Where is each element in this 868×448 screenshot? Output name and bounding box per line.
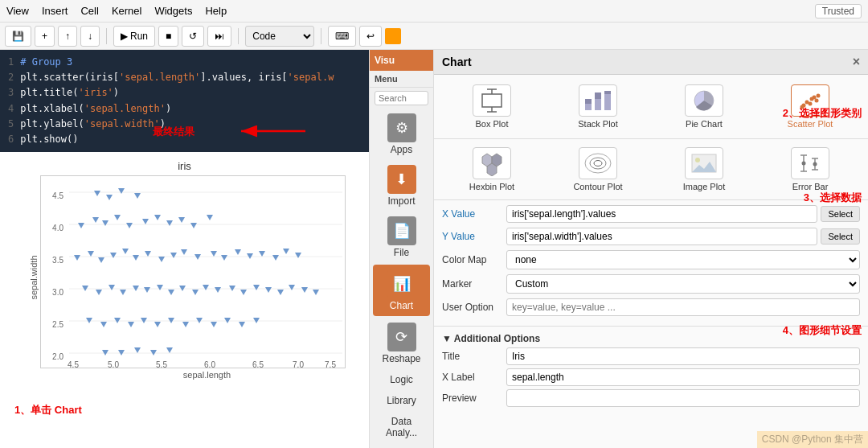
svg-marker-21 <box>118 188 125 194</box>
svg-marker-31 <box>178 217 185 223</box>
svg-marker-62 <box>192 290 199 295</box>
right-area: Visu Menu ⚙ Apps ⬇ Import 📄 File 📊 <box>370 50 868 448</box>
svg-text:3.0: 3.0 <box>52 288 63 297</box>
sidebar-app-title: Visu <box>375 55 395 66</box>
svg-rect-100 <box>595 99 601 110</box>
code-title: plt.title('iris') <box>20 85 119 101</box>
y-value-label: Y Value <box>442 231 506 242</box>
restart-button[interactable]: ↺ <box>182 26 204 47</box>
chart-type-box-plot[interactable]: Box Plot <box>440 80 543 134</box>
box-plot-icon <box>473 84 511 117</box>
svg-marker-42 <box>170 253 177 258</box>
svg-rect-93 <box>482 94 502 107</box>
x-value-input[interactable] <box>506 205 817 223</box>
svg-rect-103 <box>595 92 601 99</box>
search-input[interactable] <box>375 91 428 105</box>
svg-marker-30 <box>166 220 173 226</box>
marker-label: Marker <box>442 278 506 290</box>
svg-marker-52 <box>295 253 301 258</box>
sidebar-item-data-analysis[interactable]: Data Analy... <box>370 411 433 443</box>
svg-marker-19 <box>94 191 100 196</box>
user-option-input[interactable] <box>506 298 860 316</box>
pie-chart-label: Pie Chart <box>686 119 723 129</box>
toolbar: 💾 + ↑ ↓ ▶ Run ■ ↺ ⏭ Code Markdown ⌨ ↩ <box>0 23 868 50</box>
step1-annotation: 1、单击 Chart <box>14 403 82 417</box>
svg-text:5.0: 5.0 <box>108 360 119 369</box>
chart-type-image[interactable]: Image Plot <box>653 142 755 196</box>
chart-type-contour[interactable]: Contour Plot <box>547 142 649 196</box>
code-scatter: plt.scatter(iris['sepal.length'].values,… <box>20 70 334 85</box>
chart-type-error-bar[interactable]: Error Bar <box>759 142 862 196</box>
add-cell-button[interactable]: + <box>35 26 55 47</box>
svg-marker-32 <box>190 223 197 228</box>
red-arrow <box>233 119 313 143</box>
sidebar-item-ai[interactable]: AI <box>370 443 433 448</box>
panel-close-button[interactable]: × <box>853 55 860 69</box>
move-up-button[interactable]: ↑ <box>58 26 77 47</box>
line-num-5: 5 <box>8 117 14 132</box>
color-map-label: Color Map <box>442 254 506 265</box>
menu-insert[interactable]: Insert <box>42 5 68 17</box>
menu-view[interactable]: View <box>6 5 29 17</box>
form-section: X Value Select Y Value Select Color Map … <box>434 200 868 326</box>
svg-marker-29 <box>154 215 161 220</box>
menu-cell[interactable]: Cell <box>80 5 98 17</box>
sidebar-item-library[interactable]: Library <box>370 390 433 411</box>
svg-marker-24 <box>92 217 99 223</box>
svg-rect-102 <box>585 99 592 104</box>
cell-type-select[interactable]: Code Markdown <box>245 26 314 47</box>
chart-type-hexbin[interactable]: Hexbin Plot <box>440 142 543 196</box>
color-map-select[interactable]: none viridis plasma <box>506 250 860 269</box>
y-value-select-button[interactable]: Select <box>821 228 860 245</box>
stack-plot-icon <box>579 84 617 117</box>
menu-help[interactable]: Help <box>205 5 227 17</box>
panel-header: Chart × <box>434 50 868 75</box>
interrupt-button[interactable]: ■ <box>158 26 178 47</box>
menu-kernel[interactable]: Kernel <box>112 5 142 17</box>
sidebar-item-apps[interactable]: ⚙ Apps <box>370 109 433 160</box>
svg-marker-116 <box>487 163 497 176</box>
sidebar-item-chart[interactable]: 📊 Chart <box>373 265 430 316</box>
svg-point-126 <box>802 162 806 166</box>
svg-point-118 <box>590 158 606 169</box>
sidebar-item-reshape[interactable]: ⟳ Reshape <box>370 318 433 369</box>
svg-marker-26 <box>114 215 121 220</box>
sidebar-import-label: Import <box>375 195 428 207</box>
svg-point-122 <box>695 158 700 162</box>
svg-marker-70 <box>289 285 295 290</box>
sidebar: Visu Menu ⚙ Apps ⬇ Import 📄 File 📊 <box>370 50 434 448</box>
sidebar-search[interactable] <box>370 88 433 109</box>
y-value-input[interactable] <box>506 228 817 245</box>
sidebar-item-logic[interactable]: Logic <box>370 369 433 390</box>
additional-preview-input[interactable] <box>506 389 860 407</box>
move-down-button[interactable]: ↓ <box>80 26 100 47</box>
svg-point-108 <box>809 102 813 106</box>
svg-point-110 <box>817 94 821 98</box>
svg-point-117 <box>585 154 611 173</box>
save-button[interactable]: 💾 <box>5 26 31 47</box>
run-button[interactable]: ▶ Run <box>113 26 155 47</box>
x-value-select-button[interactable]: Select <box>821 206 860 222</box>
svg-marker-46 <box>221 255 227 261</box>
keyboard-shortcut-button[interactable]: ⌨ <box>328 26 356 47</box>
additional-xlabel-input[interactable] <box>506 368 860 386</box>
toolbar-separator-2 <box>238 28 239 44</box>
sidebar-apps-label: Apps <box>375 144 428 155</box>
sidebar-reshape-label: Reshape <box>375 353 428 364</box>
pie-chart-icon <box>685 84 723 117</box>
line-num-3: 3 <box>8 85 14 101</box>
fastforward-button[interactable]: ⏭ <box>207 26 231 47</box>
svg-marker-69 <box>277 290 284 295</box>
marker-select[interactable]: Custom Circle Triangle <box>506 274 860 294</box>
user-option-row: User Option <box>442 298 860 316</box>
chart-type-pie-chart[interactable]: Pie Chart <box>653 80 755 134</box>
main-layout: 1 # Group 3 2 plt.scatter(iris['sepal.le… <box>0 50 868 448</box>
additional-title-input[interactable] <box>506 347 860 365</box>
sidebar-item-import[interactable]: ⬇ Import <box>370 160 433 212</box>
svg-text:2.0: 2.0 <box>52 352 63 361</box>
sidebar-item-file[interactable]: 📄 File <box>370 212 433 263</box>
chart-type-stack-plot[interactable]: Stack Plot <box>547 80 649 134</box>
menu-widgets[interactable]: Widgets <box>154 5 192 17</box>
back-button[interactable]: ↩ <box>359 26 382 47</box>
result-annotation: 最终结果 <box>153 125 194 139</box>
